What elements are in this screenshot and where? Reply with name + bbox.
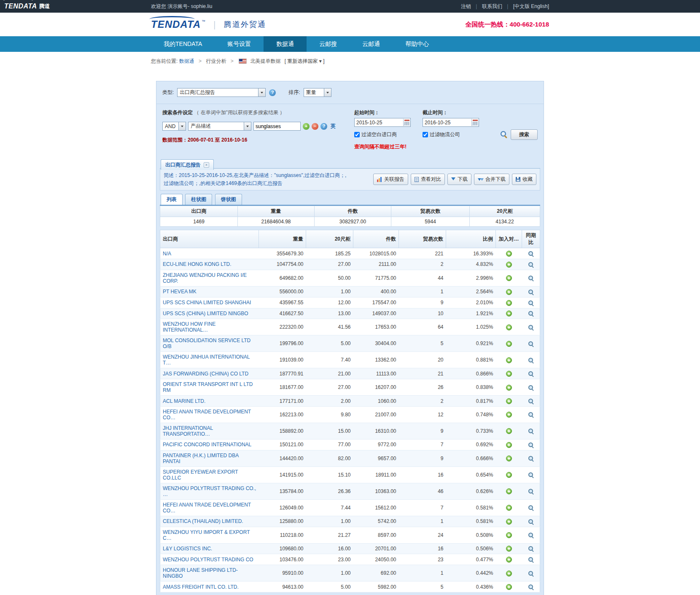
add-to-compare-icon[interactable] <box>506 557 512 563</box>
exporter-name-link[interactable]: HEFEI ANAN TRADE DEVELOPMENT CO… <box>163 409 251 421</box>
add-to-compare-icon[interactable] <box>506 275 512 281</box>
exporter-name-link[interactable]: WENZHOU YIYU IMPORT & EXPORT C… <box>163 529 250 541</box>
language-switch-link[interactable]: [中文版 English] <box>513 3 549 9</box>
add-to-compare-icon[interactable] <box>506 428 512 434</box>
same-period-magnifier-icon[interactable] <box>528 532 534 538</box>
same-period-magnifier-icon[interactable] <box>528 412 534 418</box>
add-to-compare-icon[interactable] <box>506 456 512 461</box>
add-to-compare-icon[interactable] <box>506 412 512 418</box>
exporter-name-link[interactable]: HONOUR LANE SHIPPING LTD-NINGBO <box>163 567 238 579</box>
add-to-compare-icon[interactable] <box>506 472 512 478</box>
english-toggle-link[interactable]: 英 <box>331 123 336 130</box>
same-period-magnifier-icon[interactable] <box>528 519 534 525</box>
same-period-magnifier-icon[interactable] <box>528 442 534 448</box>
add-to-compare-icon[interactable] <box>506 262 512 268</box>
exporter-name-link[interactable]: ORIENT STAR TRANSPORT INT L LTD RM <box>163 381 253 393</box>
nav-account-settings[interactable]: 账号设置 <box>215 36 264 52</box>
same-period-magnifier-icon[interactable] <box>528 311 534 316</box>
exporter-name-link[interactable]: PANTAINER (H.K.) LIMITED DBA PANTAI <box>163 453 239 464</box>
exporter-name-link[interactable]: ACL MARINE LTD. <box>163 398 205 404</box>
nav-data-center[interactable]: 数据通 <box>264 36 307 52</box>
same-period-magnifier-icon[interactable] <box>528 324 534 330</box>
end-date-field[interactable]: 2016-10-25 <box>423 118 479 127</box>
search-field-select[interactable]: 产品描述 <box>188 122 251 131</box>
exporter-name-link[interactable]: ECU-LINE HONG KONG LTD. <box>163 261 231 267</box>
start-date-field[interactable]: 2015-10-25 <box>354 118 411 127</box>
breadcrumb-link-data-center[interactable]: 数据通 <box>179 58 194 64</box>
exporter-name-link[interactable]: WENZHOU POLYTRUST TRADING CO., … <box>163 485 256 497</box>
condition-help-icon[interactable] <box>320 123 327 130</box>
related-report-button[interactable]: 关联报告 <box>373 174 408 185</box>
same-period-magnifier-icon[interactable] <box>528 571 534 576</box>
add-to-compare-icon[interactable] <box>506 357 512 363</box>
same-period-magnifier-icon[interactable] <box>528 428 534 434</box>
sort-select[interactable]: 重量 <box>304 88 331 97</box>
exporter-name-link[interactable]: L&Y LOGISTICS INC. <box>163 546 212 552</box>
add-to-compare-icon[interactable] <box>506 341 512 347</box>
report-tab[interactable]: 出口商汇总报告 × <box>161 159 214 170</box>
nav-cloud-mail[interactable]: 云邮通 <box>350 36 393 52</box>
same-period-magnifier-icon[interactable] <box>528 289 534 295</box>
exporter-name-link[interactable]: WENZHOU POLYTRUST TRADING CO <box>163 557 253 563</box>
reselect-country-link[interactable]: [ 重新选择国家 ▾ ] <box>285 58 325 64</box>
add-to-compare-icon[interactable] <box>506 571 512 576</box>
add-to-compare-icon[interactable] <box>506 385 512 391</box>
same-period-magnifier-icon[interactable] <box>528 357 534 363</box>
end-date-calendar-icon[interactable] <box>471 119 479 126</box>
exporter-name-link[interactable]: UPS SCS CHINA LIMITED SHANGHAI <box>163 300 251 306</box>
contact-us-link[interactable]: 联系我们 <box>482 3 502 9</box>
add-to-compare-icon[interactable] <box>506 442 512 448</box>
add-to-compare-icon[interactable] <box>506 532 512 538</box>
tab-list-view[interactable]: 列表 <box>161 194 183 205</box>
add-to-compare-icon[interactable] <box>506 251 512 257</box>
same-period-magnifier-icon[interactable] <box>528 251 534 257</box>
report-type-select[interactable]: 出口商汇总报告 <box>177 88 266 97</box>
start-date-calendar-icon[interactable] <box>403 119 410 126</box>
add-to-compare-icon[interactable] <box>506 311 512 316</box>
same-period-magnifier-icon[interactable] <box>528 546 534 552</box>
same-period-magnifier-icon[interactable] <box>528 472 534 478</box>
close-tab-icon[interactable]: × <box>204 162 209 168</box>
nav-help-center[interactable]: 帮助中心 <box>393 36 442 52</box>
tab-pie-chart-view[interactable]: 饼状图 <box>215 194 242 205</box>
same-period-magnifier-icon[interactable] <box>528 262 534 268</box>
view-compare-button[interactable]: 查看对比 <box>411 174 445 185</box>
boolean-operator-select[interactable]: AND <box>162 122 186 131</box>
same-period-magnifier-icon[interactable] <box>528 456 534 461</box>
exporter-name-link[interactable]: JAS FORWARDING (CHINA) CO LTD <box>163 371 248 377</box>
add-to-compare-icon[interactable] <box>506 546 512 552</box>
exporter-name-link[interactable]: WENZHOU JINHUA INTERNATIONAL T… <box>163 354 250 366</box>
nav-my-tendata[interactable]: 我的TENDATA <box>151 36 215 52</box>
same-period-magnifier-icon[interactable] <box>528 275 534 281</box>
filter-logistics-option[interactable]: 过滤物流公司 <box>423 131 479 138</box>
type-help-icon[interactable] <box>269 89 276 96</box>
same-period-magnifier-icon[interactable] <box>528 584 534 590</box>
add-condition-icon[interactable] <box>303 123 310 130</box>
same-period-magnifier-icon[interactable] <box>528 488 534 494</box>
exporter-name-link[interactable]: N/A <box>163 251 171 257</box>
exporter-name-link[interactable]: JHJ INTERNATIONAL TRANSPORTATIO… <box>163 425 213 437</box>
same-period-magnifier-icon[interactable] <box>528 300 534 306</box>
search-button[interactable]: 搜索 <box>511 129 538 140</box>
same-period-magnifier-icon[interactable] <box>528 398 534 404</box>
add-to-compare-icon[interactable] <box>506 300 512 306</box>
same-period-magnifier-icon[interactable] <box>528 385 534 391</box>
remove-condition-icon[interactable] <box>312 123 318 130</box>
download-button[interactable]: 下载 <box>447 174 471 185</box>
exporter-name-link[interactable]: SUPERIOR EYEWEAR EXPORT CO.LLC <box>163 469 238 481</box>
exporter-name-link[interactable]: WENZHOU HOW FINE INTERNATIONAL… <box>163 321 215 333</box>
exporter-name-link[interactable]: PT HEVEA MK <box>163 289 197 295</box>
exporter-name-link[interactable]: CELESTICA (THAILAND) LIMITED. <box>163 518 243 524</box>
exporter-name-link[interactable]: AMASS FREIGHT INTL CO. LTD. <box>163 584 239 590</box>
add-to-compare-icon[interactable] <box>506 584 512 590</box>
exporter-name-link[interactable]: UPS SCS (CHINA) LIMITED NINGBO <box>163 311 248 316</box>
add-to-compare-icon[interactable] <box>506 519 512 525</box>
add-to-compare-icon[interactable] <box>506 488 512 494</box>
merge-download-button[interactable]: 合并下载 <box>474 174 509 185</box>
exporter-name-link[interactable]: ZHEJIANG WENZHOU PACKING I/E CORP. <box>163 272 247 284</box>
exporter-name-link[interactable]: MOL CONSOLIDATION SERVICE LTD O/B <box>163 338 250 349</box>
keyword-input[interactable] <box>253 122 301 131</box>
same-period-magnifier-icon[interactable] <box>528 505 534 511</box>
exporter-name-link[interactable]: HEFEI ANAN TRADE DEVELOPMENT CO… <box>163 502 251 514</box>
logout-link[interactable]: 注销 <box>461 3 471 9</box>
